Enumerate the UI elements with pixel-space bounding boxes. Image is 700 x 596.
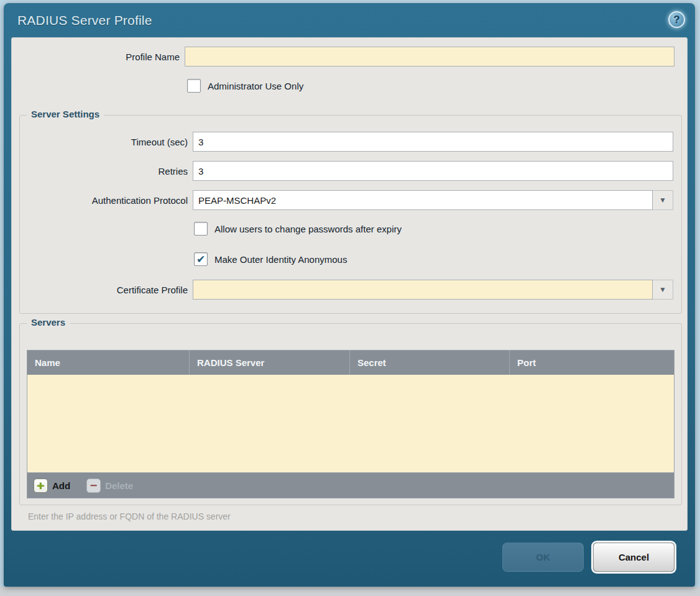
radius-server-profile-dialog: RADIUS Server Profile ? Profile Name ✔ A…: [4, 3, 695, 587]
column-header-port[interactable]: Port: [509, 351, 674, 375]
authentication-protocol-input[interactable]: [193, 190, 653, 210]
timeout-label: Timeout (sec): [20, 137, 188, 147]
administrator-use-only-row: ✔ Administrator Use Only: [187, 79, 687, 93]
servers-legend: Servers: [27, 317, 70, 328]
authentication-protocol-row: Authentication Protocol ▼: [20, 190, 673, 210]
profile-name-row: Profile Name: [12, 47, 675, 66]
authentication-protocol-label: Authentication Protocol: [20, 195, 188, 206]
administrator-use-only-checkbox[interactable]: ✔: [187, 79, 201, 93]
certificate-profile-row: Certificate Profile ▼: [20, 280, 673, 300]
servers-fieldset: Servers Name RADIUS Server Secret Port +…: [19, 323, 682, 505]
ok-button[interactable]: OK: [502, 543, 584, 572]
column-header-secret[interactable]: Secret: [349, 351, 509, 375]
retries-row: Retries: [20, 161, 673, 181]
administrator-use-only-label: Administrator Use Only: [208, 81, 303, 91]
column-header-radius-server[interactable]: RADIUS Server: [189, 351, 349, 375]
authentication-protocol-combo: ▼: [193, 190, 673, 210]
allow-password-change-checkbox[interactable]: ✔: [194, 222, 208, 236]
radius-server-hint-text: Enter the IP address or FQDN of the RADI…: [28, 511, 687, 521]
profile-name-label: Profile Name: [12, 52, 180, 62]
certificate-profile-input[interactable]: [193, 280, 653, 300]
allow-password-change-row: ✔ Allow users to change passwords after …: [194, 222, 681, 236]
servers-table-toolbar: + Add − Delete: [27, 472, 674, 498]
certificate-profile-label: Certificate Profile: [20, 285, 188, 295]
screen-background: RADIUS Server Profile ? Profile Name ✔ A…: [0, 0, 700, 596]
add-server-button[interactable]: + Add: [34, 479, 70, 493]
help-icon[interactable]: ?: [668, 11, 685, 28]
server-settings-legend: Server Settings: [27, 109, 104, 119]
dialog-title: RADIUS Server Profile: [17, 13, 152, 28]
delete-server-button[interactable]: − Delete: [86, 479, 133, 493]
server-settings-fieldset: Server Settings Timeout (sec) Retries Au…: [19, 115, 682, 314]
servers-table-header: Name RADIUS Server Secret Port: [27, 351, 674, 375]
cancel-button[interactable]: Cancel: [593, 543, 675, 572]
plus-icon: +: [34, 479, 48, 493]
outer-identity-row: ✔ Make Outer Identity Anonymous: [194, 252, 681, 266]
timeout-input[interactable]: [193, 132, 673, 152]
add-server-label: Add: [52, 480, 70, 491]
dialog-content-panel: Profile Name ✔ Administrator Use Only Se…: [11, 37, 688, 531]
chevron-down-icon: ▼: [659, 286, 666, 293]
retries-input[interactable]: [193, 161, 673, 181]
allow-password-change-label: Allow users to change passwords after ex…: [214, 224, 402, 234]
outer-identity-anonymous-label: Make Outer Identity Anonymous: [214, 254, 347, 265]
retries-label: Retries: [20, 166, 188, 177]
certificate-profile-combo: ▼: [193, 280, 673, 300]
authentication-protocol-dropdown-trigger[interactable]: ▼: [653, 190, 673, 210]
timeout-row: Timeout (sec): [20, 132, 673, 152]
servers-table-body[interactable]: [27, 375, 674, 472]
column-header-name[interactable]: Name: [27, 351, 189, 375]
certificate-profile-dropdown-trigger[interactable]: ▼: [653, 280, 673, 300]
chevron-down-icon: ▼: [659, 196, 666, 204]
profile-name-input[interactable]: [185, 47, 675, 66]
delete-server-label: Delete: [105, 480, 133, 491]
servers-table: Name RADIUS Server Secret Port + Add −: [27, 350, 675, 498]
dialog-footer: OK Cancel: [4, 531, 695, 572]
dialog-titlebar: RADIUS Server Profile ?: [4, 3, 695, 37]
minus-icon: −: [86, 479, 101, 493]
outer-identity-anonymous-checkbox[interactable]: ✔: [194, 252, 208, 266]
checkmark-icon: ✔: [196, 254, 205, 265]
